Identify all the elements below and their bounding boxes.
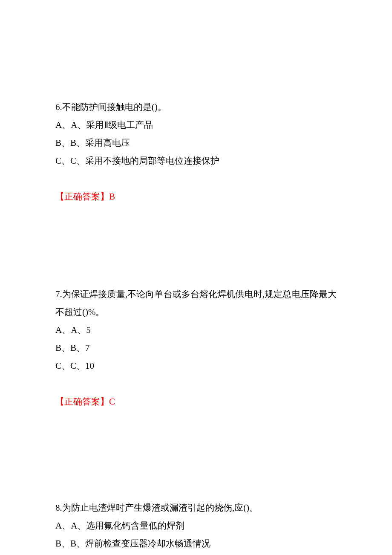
question-text: 为保证焊接质量,不论向单台或多台熔化焊机供电时,规定总电压降最大不超过()%。 xyxy=(55,289,337,317)
answer-line: 【正确答案】B xyxy=(55,188,337,205)
option-c: C、C、10 xyxy=(55,357,337,375)
answer-label: 【正确答案】 xyxy=(55,396,109,407)
answer-line: 【正确答案】C xyxy=(55,393,337,410)
option-a: A、A、5 xyxy=(55,321,337,339)
option-a: A、A、采用Ⅱ级电工产品 xyxy=(55,116,337,134)
question-7: 7.为保证焊接质量,不论向单台或多台熔化焊机供电时,规定总电压降最大不超过()%… xyxy=(55,285,337,410)
option-b: B、B、7 xyxy=(55,339,337,357)
question-8: 8.为防止电渣焊时产生爆渣或漏渣引起的烧伤,应()。 A、A、选用氟化钙含量低的… xyxy=(55,499,337,552)
option-c: C、C、采用不接地的局部等电位连接保护 xyxy=(55,152,337,170)
question-stem: 8.为防止电渣焊时产生爆渣或漏渣引起的烧伤,应()。 xyxy=(55,499,337,517)
question-6: 6.不能防护间接触电的是()。 A、A、采用Ⅱ级电工产品 B、B、采用高电压 C… xyxy=(55,98,337,205)
spacer xyxy=(55,223,337,285)
question-stem: 7.为保证焊接质量,不论向单台或多台熔化焊机供电时,规定总电压降最大不超过()%… xyxy=(55,285,337,321)
answer-label: 【正确答案】 xyxy=(55,191,109,202)
answer-value: B xyxy=(109,191,115,202)
option-a: A、A、选用氟化钙含量低的焊剂 xyxy=(55,517,337,535)
question-number: 6. xyxy=(55,102,62,112)
answer-value: C xyxy=(109,396,115,407)
question-number: 7. xyxy=(55,289,62,299)
question-number: 8. xyxy=(55,503,62,513)
question-text: 为防止电渣焊时产生爆渣或漏渣引起的烧伤,应()。 xyxy=(62,503,258,513)
question-text: 不能防护间接触电的是()。 xyxy=(62,102,167,112)
option-b: B、B、焊前检查变压器冷却水畅通情况 xyxy=(55,535,337,552)
spacer xyxy=(55,428,337,499)
question-stem: 6.不能防护间接触电的是()。 xyxy=(55,98,337,116)
option-b: B、B、采用高电压 xyxy=(55,134,337,152)
